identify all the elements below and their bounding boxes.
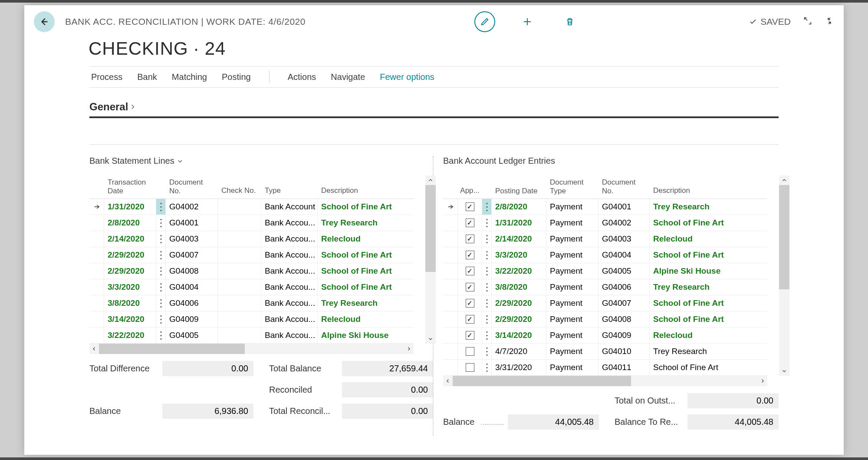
new-button[interactable] xyxy=(517,11,538,32)
row-menu-button[interactable]: ⋮ xyxy=(156,231,166,247)
statement-vertical-scrollbar[interactable] xyxy=(425,175,436,344)
row-menu-button[interactable]: ⋮ xyxy=(156,199,166,215)
row-menu-button[interactable]: ⋮ xyxy=(482,344,492,359)
back-button[interactable] xyxy=(34,11,55,32)
table-row[interactable]: ⋮3/22/2020PaymentG04005Alpine Ski House xyxy=(443,263,767,279)
table-row[interactable]: ⋮3/31/2020PaymentG04011School of Fine Ar… xyxy=(443,360,767,376)
row-menu-button[interactable]: ⋮ xyxy=(482,199,492,215)
cell-posting-date: 2/8/2020 xyxy=(492,199,546,215)
table-row[interactable]: ⋮2/8/2020PaymentG04001Trey Research xyxy=(443,199,767,215)
table-row[interactable]: 2/29/2020⋮G04008Bank Accou...School of F… xyxy=(89,263,414,279)
cell-applied[interactable] xyxy=(458,215,482,231)
row-menu-button[interactable]: ⋮ xyxy=(156,215,166,231)
table-row[interactable]: ⋮1/31/2020PaymentG04002School of Fine Ar… xyxy=(443,215,767,231)
bank-statement-lines-title[interactable]: Bank Statement Lines xyxy=(89,156,425,166)
statement-horizontal-scrollbar[interactable] xyxy=(89,344,414,354)
table-row[interactable]: 3/22/2020⋮G04005Bank Accou...Alpine Ski … xyxy=(89,328,414,344)
row-menu-button[interactable]: ⋮ xyxy=(482,263,492,279)
row-menu-button[interactable]: ⋮ xyxy=(482,247,492,263)
row-menu-button[interactable]: ⋮ xyxy=(482,279,492,295)
popout-button[interactable] xyxy=(803,16,812,27)
row-menu-button[interactable]: ⋮ xyxy=(482,295,492,311)
cell-applied[interactable] xyxy=(458,263,482,279)
checkbox-icon xyxy=(466,235,474,243)
collapse-button[interactable] xyxy=(825,16,834,27)
row-menu-button[interactable]: ⋮ xyxy=(156,328,166,343)
checkbox-icon xyxy=(466,299,474,308)
cell-document-no: G04001 xyxy=(166,215,218,231)
delete-button[interactable] xyxy=(559,11,580,32)
cell-check-no xyxy=(218,199,261,215)
col-document-no[interactable]: Document No. xyxy=(166,175,218,199)
cell-transaction-date: 1/31/2020 xyxy=(104,199,156,215)
cell-applied[interactable] xyxy=(458,199,482,215)
menu-process[interactable]: Process xyxy=(91,72,122,82)
table-row[interactable]: ⋮2/29/2020PaymentG04007School of Fine Ar… xyxy=(443,295,767,311)
menu-bank[interactable]: Bank xyxy=(137,72,157,82)
ledger-vertical-scrollbar[interactable] xyxy=(779,175,789,376)
row-menu-button[interactable]: ⋮ xyxy=(482,360,492,375)
edit-button[interactable] xyxy=(474,11,495,32)
total-balance-label: Total Balance xyxy=(269,364,334,374)
section-general[interactable]: General xyxy=(89,101,779,118)
balance-to-re-value: 44,005.48 xyxy=(687,414,779,430)
cell-description: Trey Research xyxy=(650,344,767,359)
table-row[interactable]: ⋮3/8/2020PaymentG04006Trey Research xyxy=(443,279,767,295)
cell-check-no xyxy=(218,247,261,263)
row-menu-button[interactable]: ⋮ xyxy=(482,328,492,343)
table-row[interactable]: ⋮3/14/2020PaymentG04009Relecloud xyxy=(443,328,767,344)
cell-applied[interactable] xyxy=(458,360,482,375)
cell-description: School of Fine Art xyxy=(650,215,767,231)
table-row[interactable]: 1/31/2020⋮G04002Bank AccountSchool of Fi… xyxy=(89,199,414,215)
col-document-no-r[interactable]: Document No. xyxy=(598,175,650,199)
menu-posting[interactable]: Posting xyxy=(222,72,251,82)
col-posting-date[interactable]: Posting Date xyxy=(492,175,546,199)
popout-icon xyxy=(803,16,812,26)
row-menu-button[interactable]: ⋮ xyxy=(156,295,166,311)
cell-applied[interactable] xyxy=(458,295,482,311)
cell-description: School of Fine Art xyxy=(650,247,767,263)
col-type[interactable]: Type xyxy=(261,175,318,199)
cell-applied[interactable] xyxy=(458,247,482,263)
col-check-no[interactable]: Check No. xyxy=(218,175,261,199)
table-row[interactable]: ⋮2/29/2020PaymentG04008School of Fine Ar… xyxy=(443,311,767,328)
table-row[interactable]: 3/8/2020⋮G04006Bank Accou...Trey Researc… xyxy=(89,295,414,311)
row-menu-button[interactable]: ⋮ xyxy=(482,311,492,327)
menu-navigate[interactable]: Navigate xyxy=(331,72,365,82)
ledger-horizontal-scrollbar[interactable] xyxy=(443,376,767,386)
cell-applied[interactable] xyxy=(458,279,482,295)
row-menu-button[interactable]: ⋮ xyxy=(156,263,166,279)
col-description-r[interactable]: Description xyxy=(650,175,767,199)
row-menu-button[interactable]: ⋮ xyxy=(156,279,166,295)
checkbox-icon xyxy=(466,267,474,275)
col-app[interactable]: App... xyxy=(458,175,482,199)
scroll-right-icon xyxy=(760,378,765,384)
menu-fewer-options[interactable]: Fewer options xyxy=(380,72,434,82)
cell-applied[interactable] xyxy=(458,311,482,327)
total-on-outst-value: 0.00 xyxy=(687,393,779,408)
cell-posting-date: 3/22/2020 xyxy=(492,263,546,279)
col-document-type[interactable]: Document Type xyxy=(546,175,598,199)
cell-applied[interactable] xyxy=(458,344,482,359)
table-row[interactable]: 3/14/2020⋮G04009Bank Accou...Relecloud xyxy=(89,311,414,328)
cell-applied[interactable] xyxy=(458,328,482,343)
cell-applied[interactable] xyxy=(458,231,482,247)
table-row[interactable]: 2/14/2020⋮G04003Bank Accou...Relecloud xyxy=(89,231,414,247)
table-row[interactable]: ⋮4/7/2020PaymentG04010Trey Research xyxy=(443,344,767,360)
cell-posting-date: 3/14/2020 xyxy=(492,328,546,343)
col-description[interactable]: Description xyxy=(318,175,414,199)
menu-actions[interactable]: Actions xyxy=(288,72,316,82)
table-row[interactable]: ⋮2/14/2020PaymentG04003Relecloud xyxy=(443,231,767,247)
table-row[interactable]: 3/3/2020⋮G04004Bank Accou...School of Fi… xyxy=(89,279,414,295)
table-row[interactable]: 2/29/2020⋮G04007Bank Accou...School of F… xyxy=(89,247,414,263)
row-menu-button[interactable]: ⋮ xyxy=(156,311,166,327)
table-row[interactable]: 2/8/2020⋮G04001Bank Accou...Trey Researc… xyxy=(89,215,414,231)
scroll-up-icon xyxy=(782,178,787,183)
table-row[interactable]: ⋮3/3/2020PaymentG04004School of Fine Art xyxy=(443,247,767,263)
col-transaction-date[interactable]: Transaction Date xyxy=(104,175,156,199)
cell-description: School of Fine Art xyxy=(650,311,767,327)
row-menu-button[interactable]: ⋮ xyxy=(482,215,492,231)
menu-matching[interactable]: Matching xyxy=(172,72,207,82)
row-menu-button[interactable]: ⋮ xyxy=(156,247,166,263)
row-menu-button[interactable]: ⋮ xyxy=(482,231,492,247)
